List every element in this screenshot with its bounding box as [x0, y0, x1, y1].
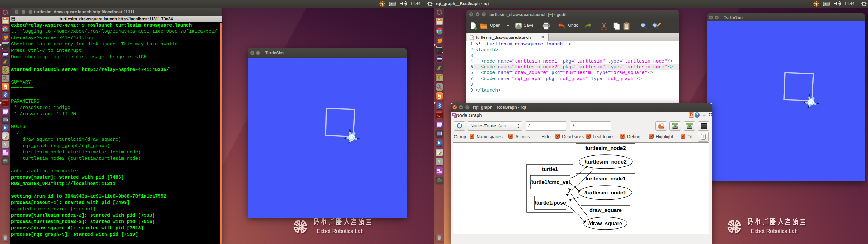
svg-text:A: A — [4, 86, 6, 89]
svg-text:turtlesim_node1: turtlesim_node1 — [585, 176, 626, 181]
svg-text:</>: </> — [470, 36, 474, 39]
svg-text:>_: >_ — [437, 49, 440, 52]
svg-text:/turtlesim_node1: /turtlesim_node1 — [584, 190, 626, 195]
svg-text:/draw_square: /draw_square — [588, 220, 622, 226]
svg-text:/turtle1/pose: /turtle1/pose — [535, 200, 566, 206]
svg-text:/turtlesim_node2: /turtlesim_node2 — [585, 159, 626, 164]
svg-text:turtlesim_node2: turtlesim_node2 — [585, 145, 626, 151]
svg-text:turtle1: turtle1 — [542, 166, 558, 172]
svg-text:A: A — [438, 96, 440, 99]
svg-text:Exbot Robotics Lab: Exbot Robotics Lab — [317, 228, 364, 234]
svg-text:Exbot Robotics Lab: Exbot Robotics Lab — [751, 228, 798, 234]
svg-text:>_: >_ — [3, 102, 6, 105]
svg-text:>_: >_ — [3, 44, 6, 48]
svg-text:draw_square: draw_square — [589, 207, 622, 213]
svg-text:/turtle1/cmd_vel: /turtle1/cmd_vel — [530, 179, 570, 185]
svg-text:>_: >_ — [437, 114, 440, 117]
